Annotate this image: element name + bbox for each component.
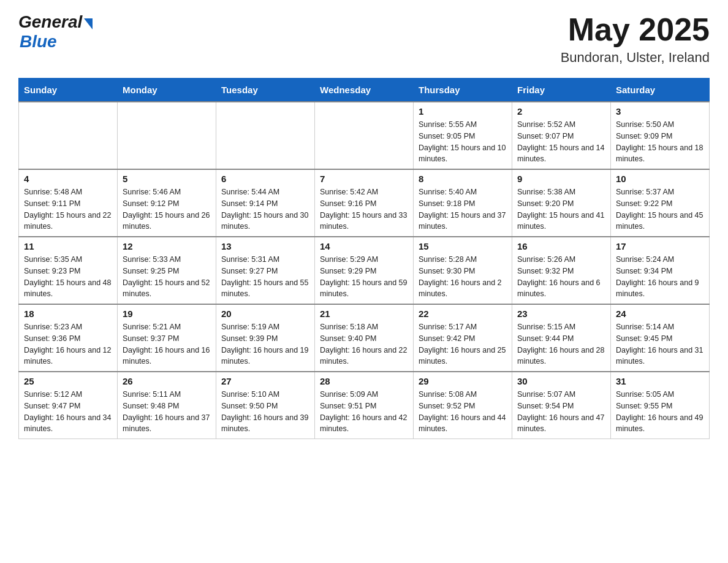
day-info: Sunrise: 5:50 AMSunset: 9:09 PMDaylight:… (616, 119, 704, 165)
day-info: Sunrise: 5:10 AMSunset: 9:50 PMDaylight:… (221, 389, 309, 435)
header-friday: Friday (512, 79, 611, 102)
month-year-title: May 2025 (561, 12, 710, 47)
day-info: Sunrise: 5:46 AMSunset: 9:12 PMDaylight:… (123, 186, 211, 232)
day-number: 28 (320, 376, 408, 386)
day-number: 15 (419, 241, 507, 251)
logo-arrow-icon (84, 18, 93, 29)
day-number: 24 (616, 308, 704, 319)
day-number: 27 (221, 376, 309, 386)
day-info: Sunrise: 5:23 AMSunset: 9:36 PMDaylight:… (24, 321, 112, 367)
calendar-cell: 12Sunrise: 5:33 AMSunset: 9:25 PMDayligh… (118, 237, 216, 304)
calendar-cell: 22Sunrise: 5:17 AMSunset: 9:42 PMDayligh… (414, 304, 512, 372)
header-wednesday: Wednesday (315, 79, 414, 102)
day-info: Sunrise: 5:14 AMSunset: 9:45 PMDaylight:… (616, 321, 704, 367)
calendar-cell: 3Sunrise: 5:50 AMSunset: 9:09 PMDaylight… (611, 102, 710, 169)
day-number: 12 (123, 241, 211, 251)
calendar-cell (118, 102, 216, 169)
day-info: Sunrise: 5:19 AMSunset: 9:39 PMDaylight:… (221, 321, 309, 367)
day-number: 16 (517, 241, 605, 251)
day-info: Sunrise: 5:31 AMSunset: 9:27 PMDaylight:… (221, 254, 309, 300)
calendar-cell: 20Sunrise: 5:19 AMSunset: 9:39 PMDayligh… (216, 304, 315, 372)
calendar-cell: 2Sunrise: 5:52 AMSunset: 9:07 PMDaylight… (512, 102, 611, 169)
calendar-cell: 26Sunrise: 5:11 AMSunset: 9:48 PMDayligh… (118, 372, 216, 439)
day-info: Sunrise: 5:29 AMSunset: 9:29 PMDaylight:… (320, 254, 408, 300)
day-info: Sunrise: 5:08 AMSunset: 9:52 PMDaylight:… (419, 389, 507, 435)
day-info: Sunrise: 5:38 AMSunset: 9:20 PMDaylight:… (517, 186, 605, 232)
day-info: Sunrise: 5:37 AMSunset: 9:22 PMDaylight:… (616, 186, 704, 232)
calendar-cell: 5Sunrise: 5:46 AMSunset: 9:12 PMDaylight… (118, 169, 216, 237)
day-info: Sunrise: 5:18 AMSunset: 9:40 PMDaylight:… (320, 321, 408, 367)
calendar-cell: 31Sunrise: 5:05 AMSunset: 9:55 PMDayligh… (611, 372, 710, 439)
calendar-body: 1Sunrise: 5:55 AMSunset: 9:05 PMDaylight… (19, 102, 710, 439)
calendar-cell: 13Sunrise: 5:31 AMSunset: 9:27 PMDayligh… (216, 237, 315, 304)
calendar-cell (315, 102, 414, 169)
calendar-cell: 8Sunrise: 5:40 AMSunset: 9:18 PMDaylight… (414, 169, 512, 237)
day-info: Sunrise: 5:28 AMSunset: 9:30 PMDaylight:… (419, 254, 507, 300)
day-info: Sunrise: 5:09 AMSunset: 9:51 PMDaylight:… (320, 389, 408, 435)
day-number: 3 (616, 106, 704, 117)
day-number: 25 (24, 376, 112, 386)
day-number: 14 (320, 241, 408, 251)
day-number: 18 (24, 308, 112, 319)
logo-general-text: General (18, 12, 82, 32)
header-thursday: Thursday (414, 79, 512, 102)
day-number: 29 (419, 376, 507, 386)
calendar-table: Sunday Monday Tuesday Wednesday Thursday… (18, 78, 710, 439)
day-info: Sunrise: 5:55 AMSunset: 9:05 PMDaylight:… (419, 119, 507, 165)
calendar-cell: 15Sunrise: 5:28 AMSunset: 9:30 PMDayligh… (414, 237, 512, 304)
day-info: Sunrise: 5:17 AMSunset: 9:42 PMDaylight:… (419, 321, 507, 367)
calendar-cell: 6Sunrise: 5:44 AMSunset: 9:14 PMDaylight… (216, 169, 315, 237)
day-number: 26 (123, 376, 211, 386)
day-number: 22 (419, 308, 507, 319)
day-number: 10 (616, 174, 704, 184)
day-number: 30 (517, 376, 605, 386)
page-header: General Blue May 2025 Bundoran, Ulster, … (18, 12, 710, 66)
day-info: Sunrise: 5:15 AMSunset: 9:44 PMDaylight:… (517, 321, 605, 367)
day-info: Sunrise: 5:35 AMSunset: 9:23 PMDaylight:… (24, 254, 112, 300)
calendar-week-row: 11Sunrise: 5:35 AMSunset: 9:23 PMDayligh… (19, 237, 710, 304)
calendar-cell: 25Sunrise: 5:12 AMSunset: 9:47 PMDayligh… (19, 372, 118, 439)
calendar-cell: 19Sunrise: 5:21 AMSunset: 9:37 PMDayligh… (118, 304, 216, 372)
header-tuesday: Tuesday (216, 79, 315, 102)
day-number: 11 (24, 241, 112, 251)
calendar-cell: 1Sunrise: 5:55 AMSunset: 9:05 PMDaylight… (414, 102, 512, 169)
calendar-cell (19, 102, 118, 169)
calendar-cell: 14Sunrise: 5:29 AMSunset: 9:29 PMDayligh… (315, 237, 414, 304)
calendar-cell (216, 102, 315, 169)
calendar-cell: 9Sunrise: 5:38 AMSunset: 9:20 PMDaylight… (512, 169, 611, 237)
day-number: 7 (320, 174, 408, 184)
day-number: 5 (123, 174, 211, 184)
calendar-cell: 17Sunrise: 5:24 AMSunset: 9:34 PMDayligh… (611, 237, 710, 304)
calendar-cell: 28Sunrise: 5:09 AMSunset: 9:51 PMDayligh… (315, 372, 414, 439)
header-saturday: Saturday (611, 79, 710, 102)
logo-blue-text: Blue (20, 32, 93, 52)
day-info: Sunrise: 5:24 AMSunset: 9:34 PMDaylight:… (616, 254, 704, 300)
day-number: 2 (517, 106, 605, 117)
day-info: Sunrise: 5:33 AMSunset: 9:25 PMDaylight:… (123, 254, 211, 300)
day-number: 17 (616, 241, 704, 251)
header-sunday: Sunday (19, 79, 118, 102)
calendar-cell: 23Sunrise: 5:15 AMSunset: 9:44 PMDayligh… (512, 304, 611, 372)
day-info: Sunrise: 5:07 AMSunset: 9:54 PMDaylight:… (517, 389, 605, 435)
day-info: Sunrise: 5:05 AMSunset: 9:55 PMDaylight:… (616, 389, 704, 435)
calendar-cell: 30Sunrise: 5:07 AMSunset: 9:54 PMDayligh… (512, 372, 611, 439)
day-number: 19 (123, 308, 211, 319)
day-number: 9 (517, 174, 605, 184)
day-number: 1 (419, 106, 507, 117)
title-block: May 2025 Bundoran, Ulster, Ireland (561, 12, 710, 66)
location-subtitle: Bundoran, Ulster, Ireland (561, 50, 710, 66)
day-number: 21 (320, 308, 408, 319)
day-number: 4 (24, 174, 112, 184)
day-info: Sunrise: 5:12 AMSunset: 9:47 PMDaylight:… (24, 389, 112, 435)
days-of-week-row: Sunday Monday Tuesday Wednesday Thursday… (19, 79, 710, 102)
day-number: 31 (616, 376, 704, 386)
calendar-week-row: 18Sunrise: 5:23 AMSunset: 9:36 PMDayligh… (19, 304, 710, 372)
calendar-week-row: 25Sunrise: 5:12 AMSunset: 9:47 PMDayligh… (19, 372, 710, 439)
day-info: Sunrise: 5:48 AMSunset: 9:11 PMDaylight:… (24, 186, 112, 232)
calendar-week-row: 1Sunrise: 5:55 AMSunset: 9:05 PMDaylight… (19, 102, 710, 169)
logo: General Blue (18, 12, 93, 52)
day-number: 23 (517, 308, 605, 319)
calendar-cell: 24Sunrise: 5:14 AMSunset: 9:45 PMDayligh… (611, 304, 710, 372)
calendar-cell: 16Sunrise: 5:26 AMSunset: 9:32 PMDayligh… (512, 237, 611, 304)
calendar-cell: 4Sunrise: 5:48 AMSunset: 9:11 PMDaylight… (19, 169, 118, 237)
